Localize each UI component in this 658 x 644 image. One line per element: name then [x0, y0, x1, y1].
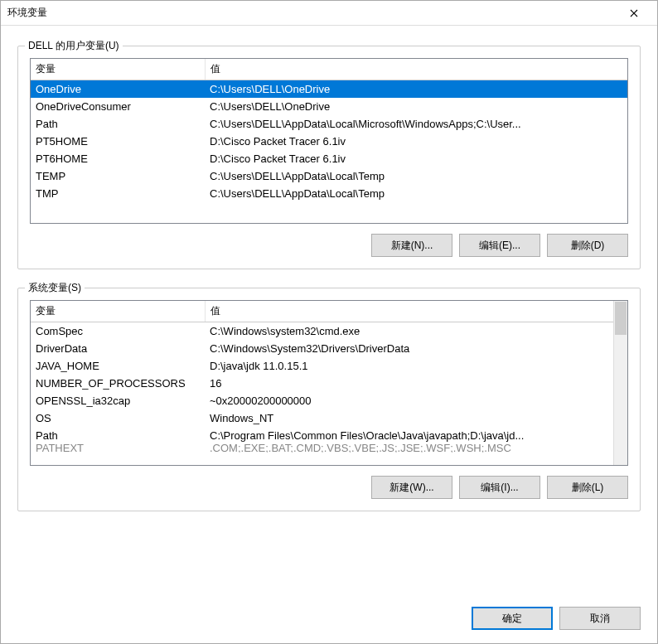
system-variables-group: 系统变量(S) 变量 值 ComSpecC:\Windows\system32\… — [17, 288, 641, 511]
close-button[interactable] — [617, 2, 651, 25]
table-row[interactable]: PathC:\Program Files\Common Files\Oracle… — [31, 427, 613, 444]
cell-value: C:\Windows\System32\Drivers\DriverData — [205, 340, 613, 357]
user-variables-table-wrap: 变量 值 OneDriveC:\Users\DELL\OneDriveOneDr… — [30, 58, 628, 224]
table-header-row: 变量 值 — [31, 301, 613, 322]
column-header-value[interactable]: 值 — [205, 301, 613, 322]
table-row[interactable]: OneDriveC:\Users\DELL\OneDrive — [31, 80, 627, 99]
table-row[interactable]: OPENSSL_ia32cap~0x20000200000000 — [31, 392, 613, 409]
cell-variable: TMP — [31, 185, 205, 202]
system-scrollbar[interactable] — [613, 301, 627, 465]
user-new-button[interactable]: 新建(N)... — [371, 234, 452, 257]
table-row[interactable]: TMPC:\Users\DELL\AppData\Local\Temp — [31, 185, 627, 202]
table-row[interactable]: DriverDataC:\Windows\System32\Drivers\Dr… — [31, 340, 613, 357]
ok-button[interactable]: 确定 — [472, 607, 553, 630]
close-icon — [630, 9, 638, 17]
system-variables-label: 系统变量(S) — [25, 281, 85, 295]
user-variables-table[interactable]: 变量 值 OneDriveC:\Users\DELL\OneDriveOneDr… — [31, 59, 627, 202]
cell-value: ~0x20000200000000 — [205, 392, 613, 409]
user-delete-button[interactable]: 删除(D) — [547, 234, 628, 257]
cell-variable: Path — [31, 427, 205, 444]
cell-variable: PT6HOME — [31, 150, 205, 167]
user-variables-group: DELL 的用户变量(U) 变量 值 OneDriveC:\Users\DELL… — [17, 46, 641, 269]
system-buttons-row: 新建(W)... 编辑(I)... 删除(L) — [30, 476, 628, 499]
table-row[interactable]: OneDriveConsumerC:\Users\DELL\OneDrive — [31, 98, 627, 115]
cell-variable: ComSpec — [31, 322, 205, 341]
table-row[interactable]: OSWindows_NT — [31, 409, 613, 427]
dialog-buttons-row: 确定 取消 — [17, 593, 641, 630]
table-row-cutoff[interactable]: PATHEXT.COM;.EXE;.BAT;.CMD;.VBS;.VBE;.JS… — [31, 444, 613, 453]
system-new-button[interactable]: 新建(W)... — [371, 476, 452, 499]
cell-value: C:\Users\DELL\OneDrive — [205, 98, 627, 115]
table-row[interactable]: PathC:\Users\DELL\AppData\Local\Microsof… — [31, 115, 627, 133]
system-edit-button[interactable]: 编辑(I)... — [459, 476, 540, 499]
cell-value: C:\Users\DELL\AppData\Local\Temp — [205, 185, 627, 202]
cell-value: 16 — [205, 375, 613, 392]
cell-variable: OS — [31, 409, 205, 427]
cell-value: D:\Cisco Packet Tracer 6.1iv — [205, 150, 627, 167]
cell-variable: Path — [31, 115, 205, 133]
table-row[interactable]: ComSpecC:\Windows\system32\cmd.exe — [31, 322, 613, 341]
cell-variable: JAVA_HOME — [31, 357, 205, 375]
table-row[interactable]: NUMBER_OF_PROCESSORS16 — [31, 375, 613, 392]
cell-variable: PATHEXT — [31, 444, 205, 453]
environment-variables-dialog: 环境变量 DELL 的用户变量(U) 变量 值 OneDriveC:\Users — [0, 0, 658, 644]
cancel-button[interactable]: 取消 — [559, 607, 641, 630]
cell-value: C:\Users\DELL\AppData\Local\Temp — [205, 167, 627, 185]
cell-value: D:\java\jdk 11.0.15.1 — [205, 357, 613, 375]
dialog-content: DELL 的用户变量(U) 变量 值 OneDriveC:\Users\DELL… — [1, 26, 657, 643]
user-variables-label: DELL 的用户变量(U) — [25, 39, 123, 53]
user-buttons-row: 新建(N)... 编辑(E)... 删除(D) — [30, 234, 628, 257]
system-variables-table-wrap: 变量 值 ComSpecC:\Windows\system32\cmd.exeD… — [30, 300, 628, 466]
scrollbar-thumb[interactable] — [615, 302, 627, 335]
cell-value: .COM;.EXE;.BAT;.CMD;.VBS;.VBE;.JS;.JSE;.… — [205, 444, 613, 453]
table-row[interactable]: PT6HOMED:\Cisco Packet Tracer 6.1iv — [31, 150, 627, 167]
column-header-value[interactable]: 值 — [205, 59, 627, 80]
table-row[interactable]: PT5HOMED:\Cisco Packet Tracer 6.1iv — [31, 133, 627, 150]
cell-value: C:\Program Files\Common Files\Oracle\Jav… — [205, 427, 613, 444]
cell-value: Windows_NT — [205, 409, 613, 427]
cell-variable: OPENSSL_ia32cap — [31, 392, 205, 409]
table-row[interactable]: JAVA_HOMED:\java\jdk 11.0.15.1 — [31, 357, 613, 375]
cell-variable: NUMBER_OF_PROCESSORS — [31, 375, 205, 392]
table-row[interactable]: TEMPC:\Users\DELL\AppData\Local\Temp — [31, 167, 627, 185]
table-header-row: 变量 值 — [31, 59, 627, 80]
cell-value: C:\Users\DELL\AppData\Local\Microsoft\Wi… — [205, 115, 627, 133]
cell-variable: PT5HOME — [31, 133, 205, 150]
cell-variable: DriverData — [31, 340, 205, 357]
system-delete-button[interactable]: 删除(L) — [547, 476, 628, 499]
titlebar: 环境变量 — [1, 1, 657, 26]
cell-variable: OneDriveConsumer — [31, 98, 205, 115]
system-variables-table[interactable]: 变量 值 ComSpecC:\Windows\system32\cmd.exeD… — [31, 301, 613, 453]
cell-value: C:\Windows\system32\cmd.exe — [205, 322, 613, 341]
cell-variable: OneDrive — [31, 80, 205, 99]
user-edit-button[interactable]: 编辑(E)... — [459, 234, 540, 257]
column-header-variable[interactable]: 变量 — [31, 59, 205, 80]
column-header-variable[interactable]: 变量 — [31, 301, 205, 322]
cell-value: C:\Users\DELL\OneDrive — [205, 80, 627, 99]
cell-variable: TEMP — [31, 167, 205, 185]
cell-value: D:\Cisco Packet Tracer 6.1iv — [205, 133, 627, 150]
window-title: 环境变量 — [7, 6, 47, 20]
